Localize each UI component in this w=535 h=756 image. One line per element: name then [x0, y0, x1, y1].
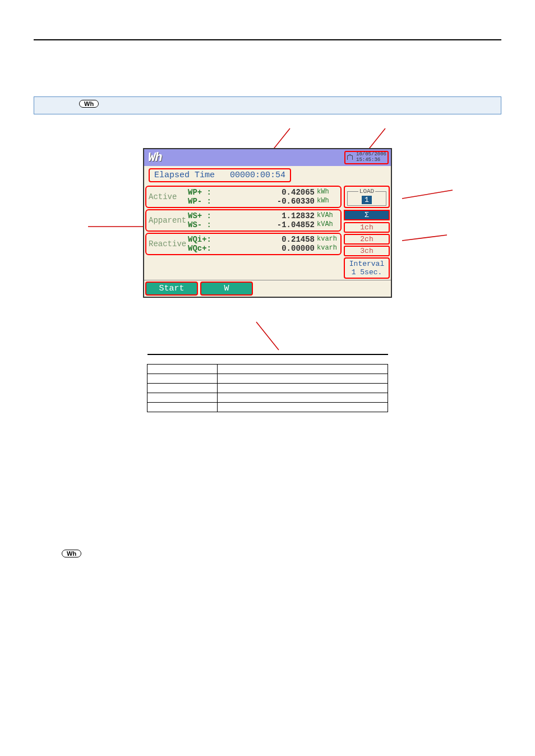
load-box[interactable]: LOAD 1 [344, 186, 390, 208]
load-label: LOAD [358, 188, 375, 195]
interval-value: 1 5sec. [352, 268, 382, 276]
load-value: 1 [362, 196, 372, 204]
table-row [147, 365, 388, 374]
svg-line-4 [402, 235, 447, 241]
ch2-button[interactable]: 2ch [344, 234, 390, 245]
table-row [147, 393, 388, 403]
table-row [147, 374, 388, 384]
reactive-block: Reactive WQi+: 0.21458 kvarh WQc+: 0.000… [145, 233, 342, 255]
footer-bar: Start W [144, 280, 391, 297]
wh-bottom-bar: Wh [34, 547, 501, 564]
card-icon: ⛫ [347, 153, 354, 162]
datetime-text: 10/05/200615:45:36 [356, 152, 386, 163]
ch1-button[interactable]: 1ch [344, 222, 390, 233]
start-button[interactable]: Start [145, 282, 198, 296]
sigma-button[interactable]: Σ [344, 210, 390, 220]
svg-line-5 [256, 322, 279, 350]
wh-badge: Wh [79, 100, 99, 108]
wh-badge-bottom: Wh [62, 550, 81, 557]
apparent-block: Apparent WS+ : 1.12832 kVAh WS- : -1.048… [145, 209, 342, 232]
ch3-button[interactable]: 3ch [344, 246, 390, 256]
elapsed-row: Elapsed Time 00000:00:54 [144, 166, 391, 185]
elapsed-time-box: Elapsed Time 00000:00:54 [149, 168, 291, 182]
elapsed-label: Elapsed Time [154, 170, 215, 180]
measurements-panel: Active WP+ : 0.42065 kWh WP- : -0.60330 … [144, 185, 343, 280]
active-label: Active [149, 192, 188, 201]
lcd-header: Wh ⛫ 10/05/200615:45:36 [144, 149, 391, 166]
wh-logo: Wh [146, 151, 162, 165]
interval-label: Interval [349, 260, 384, 268]
w-button[interactable]: W [200, 282, 253, 296]
info-table [147, 354, 388, 412]
elapsed-value: 00000:00:54 [230, 170, 285, 180]
interval-box[interactable]: Interval 1 5sec. [344, 257, 390, 279]
table-row [147, 354, 388, 365]
wh-mode-bar: Wh [34, 96, 501, 114]
side-panel: LOAD 1 Σ 1ch 2ch 3ch Interval 1 5sec. [343, 185, 391, 280]
table-row [147, 384, 388, 393]
lcd-screen: Wh ⛫ 10/05/200615:45:36 Elapsed Time 000… [143, 148, 392, 298]
svg-line-3 [402, 190, 453, 199]
reactive-label: Reactive [149, 239, 188, 248]
lcd-wrapper: Wh ⛫ 10/05/200615:45:36 Elapsed Time 000… [99, 148, 436, 298]
datetime-box: ⛫ 10/05/200615:45:36 [344, 151, 389, 164]
table-row [147, 403, 388, 412]
apparent-label: Apparent [149, 216, 188, 225]
active-block: Active WP+ : 0.42065 kWh WP- : -0.60330 … [145, 186, 342, 208]
